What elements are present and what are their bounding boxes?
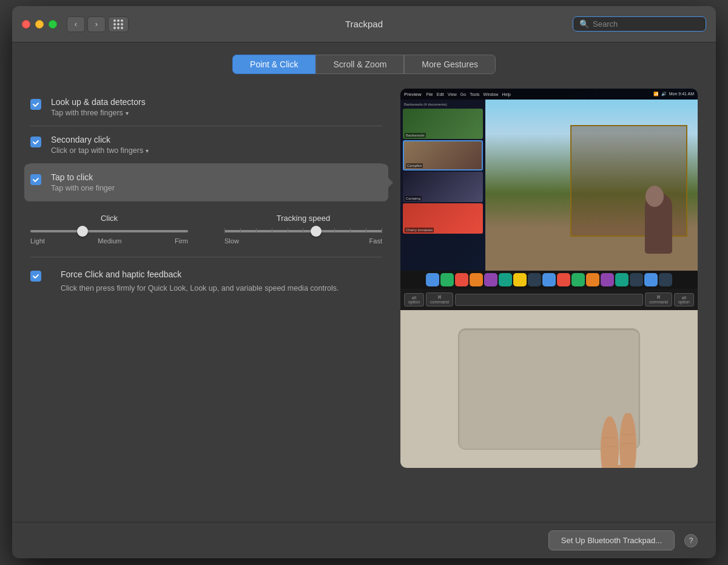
back-icon: ‹ [75,19,77,29]
window-title: Trackpad [345,19,383,29]
main-window: ‹ › Trackpad 🔍 Point & Click Scroll & Zo… [12,6,716,558]
preview-main-image [485,100,698,271]
tab-point-click[interactable]: Point & Click [232,55,315,74]
thumb-2[interactable]: Campfire [403,140,483,171]
forward-icon: › [95,19,98,29]
help-button[interactable]: ? [684,534,698,547]
click-slider-thumb[interactable] [77,226,88,237]
look-up-subtitle[interactable]: Tap with three fingers ▾ [51,109,382,117]
mini-menubar: Preview File Edit View Go Tools Window H… [400,89,698,100]
preview-thumbnails: Backwoods Campfire Camping [403,109,483,234]
trackpad-with-finger [458,328,640,450]
tap-to-click-subtitle: Tap with one finger [51,184,382,192]
tracking-slider-container[interactable] [224,230,382,232]
tab-scroll-zoom[interactable]: Scroll & Zoom [315,55,404,74]
dock-icon-5 [484,273,497,286]
tabs-bar: Point & Click Scroll & Zoom More Gesture… [30,55,698,74]
click-label-firm: Firm [175,237,188,245]
dock-icon-3 [455,273,468,286]
look-up-info: Look up & data detectors Tap with three … [51,97,382,117]
thumb-1[interactable]: Backwoods [403,109,483,139]
tracking-slider-labels: Slow Fast [224,237,382,245]
setup-bluetooth-button[interactable]: Set Up Bluetooth Trackpad... [548,530,675,550]
click-label-medium: Medium [98,237,121,245]
inner-content: Point & Click Scroll & Zoom More Gesture… [12,42,716,516]
force-click-title: Force Click and haptic feedback [61,269,339,279]
svg-point-0 [592,465,646,468]
mini-menubar-right: 📶 🔊 Mon 9:41 AM [653,92,694,96]
dock-icon-2 [440,273,454,286]
tab-more-gestures[interactable]: More Gestures [404,55,496,74]
trackpad-area [400,310,698,468]
click-slider-labels: Light Medium Firm [30,237,188,245]
dock-icon-14 [615,273,629,286]
back-button[interactable]: ‹ [67,16,85,32]
dock-icon-7 [513,273,527,286]
look-up-setting-row: Look up & data detectors Tap with three … [30,89,382,126]
click-slider-label: Click [30,214,188,223]
dock-icon-9 [542,273,556,286]
secondary-click-setting-row: Secondary click Click or tap with two fi… [30,126,382,164]
thumb-label-2: Campfire [406,163,423,168]
dock-icon-8 [528,273,541,286]
tracking-slider-thumb[interactable] [311,226,322,237]
tracking-slider-group: Tracking speed [224,214,382,245]
tap-to-click-setting-row[interactable]: Tap to click Tap with one finger [24,164,388,201]
click-slider-group: Click Light Medium Firm [30,214,188,245]
click-slider-track [30,230,188,232]
look-up-checkbox[interactable] [30,99,41,110]
secondary-click-info: Secondary click Click or tap with two fi… [51,135,382,155]
preview-image: Preview File Edit View Go Tools Window H… [400,89,698,468]
grid-view-button[interactable] [108,16,129,32]
look-up-title: Look up & data detectors [51,97,382,107]
dock-icon-17 [659,273,672,286]
dock-icon-4 [470,273,483,286]
forward-button[interactable]: › [87,16,106,32]
traffic-lights [22,20,57,29]
preview-screenshot: Preview File Edit View Go Tools Window H… [400,89,698,271]
thumb-4[interactable]: Cherry tomatoes [403,203,483,234]
preview-dock [400,271,698,289]
force-click-description: Click then press firmly for Quick Look, … [61,283,339,294]
scene-background [485,100,698,271]
search-input[interactable] [593,19,699,29]
secondary-click-checkbox[interactable] [30,137,41,147]
secondary-click-dropdown-arrow: ▾ [146,147,149,154]
right-panel: Preview File Edit View Go Tools Window H… [400,89,698,468]
dock-icon-11 [571,273,585,286]
dock-icon-1 [426,273,439,286]
mini-menubar-items: File Edit View Go Tools Window Help [426,92,510,96]
dock-icon-6 [499,273,512,286]
close-button[interactable] [22,20,30,29]
thumb-label-3: Camping [405,196,422,201]
person-head [645,186,664,207]
preview-content-area: Backwoods (4 documents) Backwoods Campfi… [400,100,698,271]
thumb-3[interactable]: Camping [403,172,483,202]
grid-icon [113,19,123,29]
titlebar: ‹ › Trackpad 🔍 [12,6,716,42]
force-click-text: Force Click and haptic feedback Click th… [61,269,339,294]
secondary-click-title: Secondary click [51,135,382,144]
click-slider-container[interactable] [30,230,188,232]
left-panel: Look up & data detectors Tap with three … [30,89,382,468]
content-panel: Look up & data detectors Tap with three … [30,89,698,468]
secondary-click-subtitle[interactable]: Click or tap with two fingers ▾ [51,146,382,155]
minimize-button[interactable] [35,20,44,29]
click-label-light: Light [30,237,45,245]
thumb-label-4: Cherry tomatoes [405,228,434,232]
key-spacebar [455,294,643,306]
nav-buttons: ‹ › [67,16,106,32]
tap-to-click-checkbox[interactable] [30,174,41,185]
key-command-left: ⌘command [426,293,453,306]
keyboard-row: altoption ⌘command ⌘command altoption [400,289,698,310]
search-box[interactable]: 🔍 [573,16,706,32]
bottom-bar: Set Up Bluetooth Trackpad... ? [12,522,716,558]
maximize-button[interactable] [49,20,57,29]
thumb-label-1: Backwoods [405,133,426,138]
mini-menu-preview: Preview [404,92,421,97]
finger-hand [582,413,616,468]
force-click-checkbox[interactable] [30,271,41,282]
tap-to-click-title: Tap to click [51,172,382,182]
tracking-label-fast: Fast [369,237,382,245]
search-icon: 🔍 [579,19,589,29]
